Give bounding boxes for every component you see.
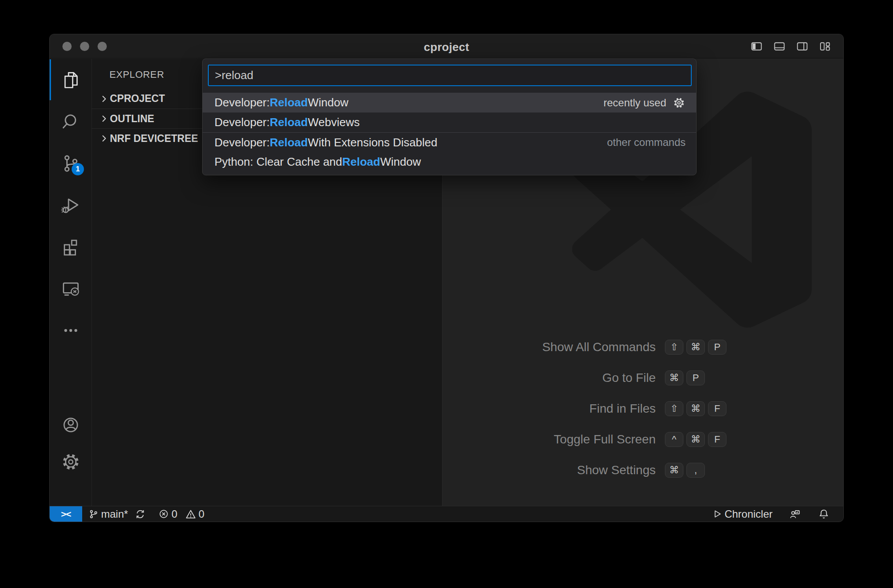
problems-status-item[interactable]: 0 0	[159, 508, 204, 520]
chevron-right-icon	[99, 114, 109, 123]
title-bar: cproject	[50, 34, 843, 58]
command-item-reload-window[interactable]: Developer: Reload Window recently used	[203, 93, 696, 113]
sidebar-item-extensions[interactable]	[50, 226, 92, 268]
command-text-match: Reload	[270, 116, 308, 129]
group-label-other-commands: other commands	[607, 136, 686, 149]
gear-icon	[61, 452, 81, 472]
run-debug-icon	[61, 195, 81, 215]
keycap-comma: ,	[686, 463, 705, 478]
sidebar-item-remote-explorer[interactable]	[50, 268, 92, 309]
command-text: Webviews	[308, 116, 359, 129]
chevron-right-icon	[99, 94, 109, 104]
customize-layout-icon[interactable]	[819, 40, 831, 53]
layout-controls	[751, 40, 831, 53]
branch-status-item[interactable]: main*	[89, 508, 145, 520]
command-text: Developer:	[214, 116, 270, 129]
shortcut-label: Show Settings	[443, 463, 656, 477]
command-text-match: Reload	[270, 136, 308, 149]
toggle-secondary-sidebar-icon[interactable]	[796, 40, 808, 53]
keycap-shift: ⇧	[665, 340, 683, 355]
keycap-letter: P	[686, 370, 705, 385]
desktop: cproject	[0, 0, 893, 588]
error-count: 0	[171, 508, 177, 520]
extensions-icon	[61, 237, 81, 257]
command-text: Developer:	[214, 96, 270, 109]
toggle-sidebar-icon[interactable]	[751, 40, 762, 53]
command-text: Window	[308, 96, 348, 109]
git-branch-icon	[89, 509, 98, 519]
group-label-recently-used: recently used	[603, 97, 666, 109]
shortcut-label: Show All Commands	[443, 340, 656, 354]
shortcut-row: Show Settings ⌘ ,	[443, 461, 843, 479]
command-text-match: Reload	[270, 96, 308, 109]
branch-name: main*	[101, 508, 128, 520]
sidebar-item-explorer[interactable]	[50, 59, 92, 101]
command-text: With Extensions Disabled	[308, 136, 437, 149]
section-label: OUTLINE	[110, 113, 154, 125]
chronicler-status-item[interactable]: Chronicler	[713, 508, 773, 520]
keycap-shift: ⇧	[665, 401, 683, 416]
shortcut-row: Go to File ⌘ P	[443, 369, 843, 387]
sidebar-title: EXPLORER	[109, 67, 164, 83]
warnings-icon	[185, 509, 196, 519]
more-ellipsis-icon	[61, 320, 81, 341]
command-list: Developer: Reload Window recently used D…	[203, 93, 696, 172]
command-palette-input[interactable]	[208, 65, 692, 86]
sidebar-item-run-debug[interactable]	[50, 184, 92, 226]
errors-icon	[159, 509, 169, 519]
shortcut-row: Find in Files ⇧ ⌘ F	[443, 400, 843, 417]
sync-icon[interactable]	[135, 509, 145, 519]
sidebar-item-more[interactable]	[50, 309, 92, 351]
remote-indicator[interactable]: ><	[50, 506, 82, 522]
command-text-match: Reload	[342, 155, 381, 169]
status-bar-right: Chronicler	[713, 506, 843, 522]
sidebar-item-source-control[interactable]: 1	[50, 142, 92, 184]
command-item-reload-extensions-disabled[interactable]: Developer: Reload With Extensions Disabl…	[203, 132, 696, 152]
command-text: Developer:	[214, 136, 270, 149]
watermark-shortcuts: Show All Commands ⇧ ⌘ P Go to File ⌘ P	[443, 338, 843, 492]
command-text: Python: Clear Cache and	[214, 155, 342, 169]
section-label: NRF DEVICETREE	[110, 133, 198, 145]
command-palette: Developer: Reload Window recently used D…	[202, 58, 697, 175]
keycap-letter: F	[708, 432, 726, 447]
notifications-bell-icon[interactable]	[818, 508, 829, 519]
keycap-letter: F	[708, 401, 726, 416]
configure-keybinding-gear-icon[interactable]	[672, 96, 686, 109]
keycap-cmd: ⌘	[686, 432, 705, 447]
keycap-cmd: ⌘	[686, 340, 705, 355]
activity-bar-bottom	[50, 407, 92, 506]
command-item-reload-webviews[interactable]: Developer: Reload Webviews	[203, 113, 696, 132]
keycap-letter: P	[708, 340, 726, 355]
shortcut-label: Toggle Full Screen	[443, 432, 656, 446]
keycap-cmd: ⌘	[665, 463, 683, 478]
status-bar-left: >< main* 0	[50, 506, 204, 522]
keycap-ctrl: ^	[665, 432, 683, 447]
feedback-icon[interactable]	[789, 508, 801, 520]
toggle-panel-icon[interactable]	[773, 40, 785, 53]
chevron-right-icon	[99, 134, 109, 143]
search-icon	[61, 112, 81, 132]
activity-bar: 1	[50, 59, 92, 506]
files-icon	[61, 70, 81, 90]
section-label: CPROJECT	[110, 93, 165, 105]
shortcut-row: Show All Commands ⇧ ⌘ P	[443, 338, 843, 356]
shortcut-row: Toggle Full Screen ^ ⌘ F	[443, 431, 843, 448]
shortcut-label: Find in Files	[443, 402, 656, 416]
sidebar-item-search[interactable]	[50, 101, 92, 142]
keycap-cmd: ⌘	[665, 370, 683, 385]
chronicler-label: Chronicler	[725, 508, 773, 520]
warning-count: 0	[199, 508, 204, 520]
window-title: cproject	[50, 40, 843, 54]
play-icon	[713, 509, 722, 519]
command-item-python-clear-cache[interactable]: Python: Clear Cache and Reload Window	[203, 152, 696, 172]
vscode-window: cproject	[49, 34, 844, 522]
remote-explorer-icon	[61, 279, 81, 299]
account-icon	[61, 415, 81, 435]
settings-button[interactable]	[50, 443, 92, 480]
scm-changes-badge: 1	[72, 163, 84, 175]
keycap-cmd: ⌘	[686, 401, 705, 416]
accounts-button[interactable]	[50, 407, 92, 443]
status-bar: >< main* 0	[50, 506, 843, 522]
shortcut-label: Go to File	[443, 371, 656, 385]
command-text: Window	[380, 155, 421, 169]
